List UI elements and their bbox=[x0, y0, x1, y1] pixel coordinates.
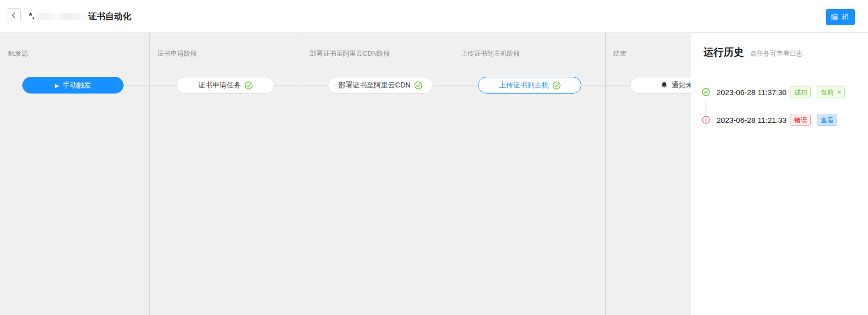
column-divider bbox=[605, 33, 606, 315]
node-upload-host[interactable]: 上传证书到主机 bbox=[478, 77, 581, 94]
node-deploy-cdn[interactable]: 部署证书至阿里云CDN bbox=[328, 77, 433, 94]
page-title-suffix: 证书自动化 bbox=[88, 11, 131, 22]
page-title: *. 证书自动化 bbox=[29, 0, 131, 32]
node-label: 部署证书至阿里云CDN bbox=[338, 81, 410, 90]
node-manual-trigger[interactable]: ▶ 手动触发 bbox=[22, 77, 124, 94]
column-divider bbox=[453, 33, 453, 315]
status-badge-success: 成功 bbox=[791, 86, 811, 98]
edit-button[interactable]: 编 辑 bbox=[826, 9, 855, 25]
node-label: 通知未 bbox=[672, 81, 691, 90]
column-divider bbox=[302, 33, 302, 315]
run-history-title: 运行历史 bbox=[703, 46, 744, 59]
close-icon[interactable]: × bbox=[837, 88, 841, 96]
stage-label-cert-apply: 证书申请阶段 bbox=[157, 49, 197, 58]
run-row-success[interactable]: 2023-06-28 11:37:30 成功 当前 × bbox=[702, 86, 845, 98]
stage-label-upload-host: 上传证书到主机阶段 bbox=[461, 49, 520, 58]
page-title-prefix: *. bbox=[29, 11, 34, 21]
certificate-automation-page: *. 证书自动化 编 辑 触发源 证书申请阶段 部署证书至阿里云CDN阶段 上传… bbox=[0, 0, 868, 315]
stage-label-trigger: 触发源 bbox=[8, 49, 28, 58]
current-run-badge: 当前 × bbox=[817, 86, 845, 98]
check-circle-icon bbox=[245, 81, 253, 89]
status-badge-error: 错误 bbox=[791, 114, 811, 126]
node-notification[interactable]: 通知未 bbox=[630, 77, 691, 94]
node-label: 上传证书到主机 bbox=[499, 81, 549, 90]
page-header: *. 证书自动化 编 辑 bbox=[0, 0, 868, 33]
stage-label-end: 结束 bbox=[613, 49, 626, 58]
run-row-error[interactable]: 2023-06-28 11:21:33 错误 查看 bbox=[702, 114, 837, 126]
run-history-panel: 运行历史 点任务可查看日志 2023-06-28 11:37:30 成功 当前 … bbox=[691, 33, 868, 315]
run-history-subtitle: 点任务可查看日志 bbox=[750, 49, 803, 58]
run-timestamp: 2023-06-28 11:21:33 bbox=[717, 116, 786, 124]
node-label: 证书申请任务 bbox=[199, 81, 241, 90]
check-circle-icon bbox=[702, 88, 710, 96]
run-history-timeline bbox=[705, 100, 706, 113]
check-circle-icon bbox=[414, 81, 422, 89]
run-history-header: 运行历史 点任务可查看日志 bbox=[703, 46, 803, 59]
view-log-button[interactable]: 查看 bbox=[817, 114, 837, 126]
stage-label-deploy-cdn: 部署证书至阿里云CDN阶段 bbox=[310, 49, 390, 58]
run-timestamp: 2023-06-28 11:37:30 bbox=[717, 88, 786, 97]
chevron-left-icon bbox=[10, 12, 17, 19]
pipeline-board: 触发源 证书申请阶段 部署证书至阿里云CDN阶段 上传证书到主机阶段 结束 ▶ … bbox=[0, 33, 691, 315]
bell-icon bbox=[660, 81, 668, 89]
current-run-label: 当前 bbox=[820, 89, 834, 96]
node-cert-request-task[interactable]: 证书申请任务 bbox=[176, 77, 274, 94]
play-icon: ▶ bbox=[55, 83, 59, 88]
back-button[interactable] bbox=[7, 8, 21, 22]
redacted-domain-name bbox=[35, 13, 88, 20]
check-circle-icon bbox=[553, 81, 561, 89]
node-label: 手动触发 bbox=[63, 81, 91, 90]
column-divider bbox=[149, 33, 150, 315]
error-circle-icon bbox=[702, 116, 710, 124]
